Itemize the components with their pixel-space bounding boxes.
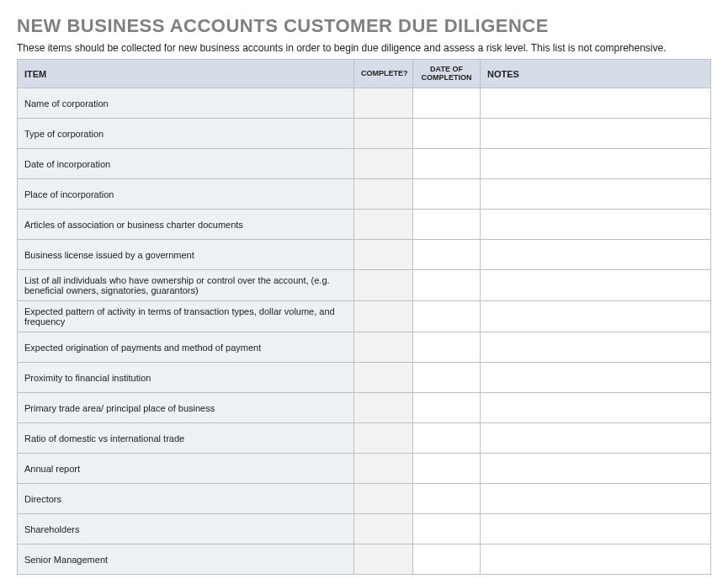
table-row: Expected origination of payments and met… [18,332,711,363]
complete-cell[interactable] [354,393,413,423]
complete-cell[interactable] [354,149,413,179]
item-cell: Name of corporation [18,88,354,119]
item-cell: Expected origination of payments and met… [18,332,354,363]
item-cell: Directors [18,484,354,514]
item-cell: Proximity to financial institution [18,363,354,393]
date-cell[interactable] [413,544,481,575]
item-cell: Date of incorporation [18,149,354,179]
notes-cell[interactable] [481,88,711,119]
notes-cell[interactable] [481,393,711,423]
notes-cell[interactable] [481,544,711,575]
notes-cell[interactable] [481,119,711,149]
table-row: Date of incorporation [18,149,711,179]
date-cell[interactable] [413,149,481,179]
complete-cell[interactable] [354,88,413,119]
notes-cell[interactable] [481,240,711,270]
item-cell: Shareholders [18,514,354,544]
date-cell[interactable] [413,210,481,240]
date-cell[interactable] [413,88,481,119]
date-cell[interactable] [413,270,481,301]
table-row: Primary trade area/ principal place of b… [18,393,711,423]
table-row: Proximity to financial institution [18,363,711,393]
item-cell: Senior Management [18,544,354,575]
due-diligence-table: ITEM COMPLETE? DATE OF COMPLETION NOTES … [17,59,711,575]
notes-cell[interactable] [481,210,711,240]
item-cell: Annual report [18,454,354,484]
notes-cell[interactable] [481,301,711,332]
date-cell[interactable] [413,301,481,332]
date-cell[interactable] [413,332,481,363]
table-row: Shareholders [18,514,711,544]
item-cell: Business license issued by a government [18,240,354,270]
date-cell[interactable] [413,393,481,423]
complete-cell[interactable] [354,454,413,484]
table-row: Type of corporation [18,119,711,149]
date-cell[interactable] [413,363,481,393]
item-cell: Primary trade area/ principal place of b… [18,393,354,423]
table-row: Annual report [18,454,711,484]
notes-cell[interactable] [481,454,711,484]
table-row: List of all individuals who have ownersh… [18,270,711,301]
header-item: ITEM [18,60,354,88]
date-cell[interactable] [413,119,481,149]
date-cell[interactable] [413,240,481,270]
item-cell: Articles of association or business char… [18,210,354,240]
item-cell: Expected pattern of activity in terms of… [18,301,354,332]
table-row: Directors [18,484,711,514]
date-cell[interactable] [413,484,481,514]
complete-cell[interactable] [354,301,413,332]
item-cell: Type of corporation [18,119,354,149]
item-cell: List of all individuals who have ownersh… [18,270,354,301]
notes-cell[interactable] [481,484,711,514]
complete-cell[interactable] [354,270,413,301]
header-notes: NOTES [481,60,711,88]
notes-cell[interactable] [481,270,711,301]
notes-cell[interactable] [481,514,711,544]
notes-cell[interactable] [481,423,711,454]
header-date: DATE OF COMPLETION [413,60,481,88]
page-title: NEW BUSINESS ACCOUNTS CUSTOMER DUE DILIG… [17,15,711,37]
complete-cell[interactable] [354,332,413,363]
item-cell: Ratio of domestic vs international trade [18,423,354,454]
table-row: Expected pattern of activity in terms of… [18,301,711,332]
table-row: Articles of association or business char… [18,210,711,240]
table-row: Senior Management [18,544,711,575]
complete-cell[interactable] [354,240,413,270]
complete-cell[interactable] [354,423,413,454]
date-cell[interactable] [413,179,481,210]
table-row: Place of incorporation [18,179,711,210]
complete-cell[interactable] [354,210,413,240]
table-row: Ratio of domestic vs international trade [18,423,711,454]
date-cell[interactable] [413,423,481,454]
table-header-row: ITEM COMPLETE? DATE OF COMPLETION NOTES [18,60,711,88]
notes-cell[interactable] [481,149,711,179]
complete-cell[interactable] [354,363,413,393]
header-complete: COMPLETE? [354,60,413,88]
notes-cell[interactable] [481,332,711,363]
table-row: Name of corporation [18,88,711,119]
notes-cell[interactable] [481,363,711,393]
complete-cell[interactable] [354,544,413,575]
complete-cell[interactable] [354,119,413,149]
date-cell[interactable] [413,454,481,484]
notes-cell[interactable] [481,179,711,210]
page-subtitle: These items should be collected for new … [17,42,711,54]
item-cell: Place of incorporation [18,179,354,210]
complete-cell[interactable] [354,484,413,514]
complete-cell[interactable] [354,179,413,210]
complete-cell[interactable] [354,514,413,544]
table-row: Business license issued by a government [18,240,711,270]
date-cell[interactable] [413,514,481,544]
